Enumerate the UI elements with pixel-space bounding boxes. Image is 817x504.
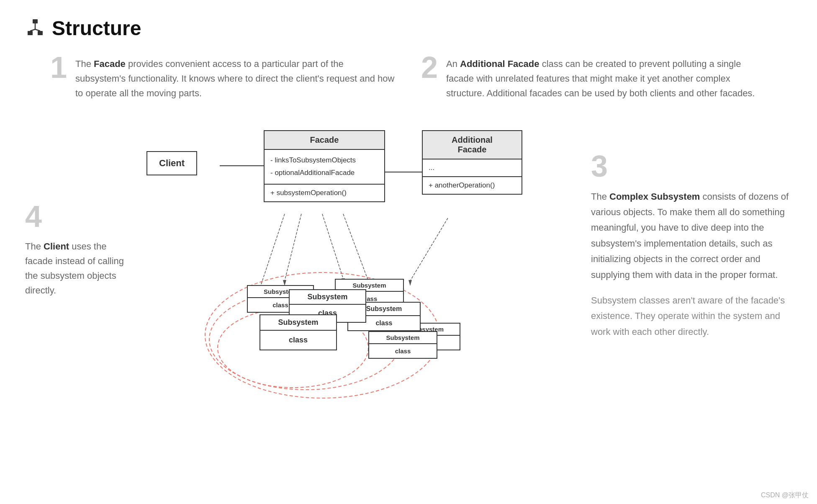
additional-facade-box: AdditionalFacade ... + anotherOperation(… — [422, 130, 522, 195]
annotation-4-container: 4 The Client uses the facade instead of … — [25, 122, 142, 415]
annotation-2: 2 An Additional Facade class can be crea… — [421, 57, 767, 101]
annotation-number-4: 4 — [25, 201, 134, 231]
additional-facade-fields: ... — [423, 159, 522, 177]
subsystem-box-4: Subsystem class — [259, 314, 337, 350]
additional-facade-method: + anotherOperation() — [429, 181, 516, 190]
annotation-text-4: The Client uses the facade instead of ca… — [25, 239, 134, 298]
additional-facade-field: ... — [429, 164, 516, 172]
client-box: Client — [146, 151, 197, 175]
annotation-text-1: The Facade provides convenient access to… — [75, 57, 396, 101]
svg-line-19 — [410, 218, 448, 281]
annotation-number-2: 2 — [421, 52, 438, 82]
svg-line-17 — [343, 214, 368, 281]
diagram-area: 4 The Client uses the facade instead of … — [25, 122, 792, 415]
svg-line-5 — [35, 29, 40, 31]
client-label: Client — [159, 158, 185, 168]
facade-field-1: - linksToSubsystemObjects — [270, 154, 378, 167]
svg-rect-2 — [38, 31, 43, 35]
svg-marker-20 — [408, 280, 412, 286]
page-header: Structure — [25, 17, 792, 40]
additional-facade-header: AdditionalFacade — [423, 131, 522, 159]
annotation-1: 1 The Facade provides convenient access … — [50, 57, 396, 101]
facade-box-fields: - linksToSubsystemObjects - optionalAddi… — [265, 150, 384, 185]
svg-line-13 — [285, 214, 301, 281]
page-title: Structure — [52, 17, 141, 40]
annotation-number-3: 3 — [591, 151, 792, 181]
facade-method-1: + subsystemOperation() — [270, 189, 378, 197]
facade-box-header: Facade — [265, 131, 384, 150]
annotation-text-2: An Additional Facade class can be create… — [446, 57, 767, 101]
svg-rect-0 — [33, 19, 38, 23]
structure-icon — [25, 18, 45, 39]
svg-rect-1 — [28, 31, 33, 35]
svg-line-15 — [322, 214, 343, 279]
additional-facade-methods: + anotherOperation() — [423, 177, 522, 194]
watermark: CSDN @张甲仗 — [761, 491, 809, 500]
subsystem-box-7: Subsystem class — [368, 331, 437, 359]
top-annotations: 1 The Facade provides convenient access … — [25, 57, 792, 101]
facade-box-methods: + subsystemOperation() — [265, 185, 384, 201]
svg-line-4 — [30, 29, 35, 31]
svg-line-21 — [259, 214, 285, 289]
annotation-text-3: The Complex Subsystem consists of dozens… — [591, 189, 792, 283]
facade-box: Facade - linksToSubsystemObjects - optio… — [264, 130, 385, 202]
annotation-3-container: 3 The Complex Subsystem consists of doze… — [574, 122, 792, 415]
annotation-text-3-secondary: Subsystem classes aren't aware of the fa… — [591, 293, 792, 339]
diagram-center: Client Facade - linksToSubsystemObjects … — [142, 122, 574, 406]
facade-field-2: - optionalAdditionalFacade — [270, 167, 378, 180]
annotation-number-1: 1 — [50, 52, 67, 82]
